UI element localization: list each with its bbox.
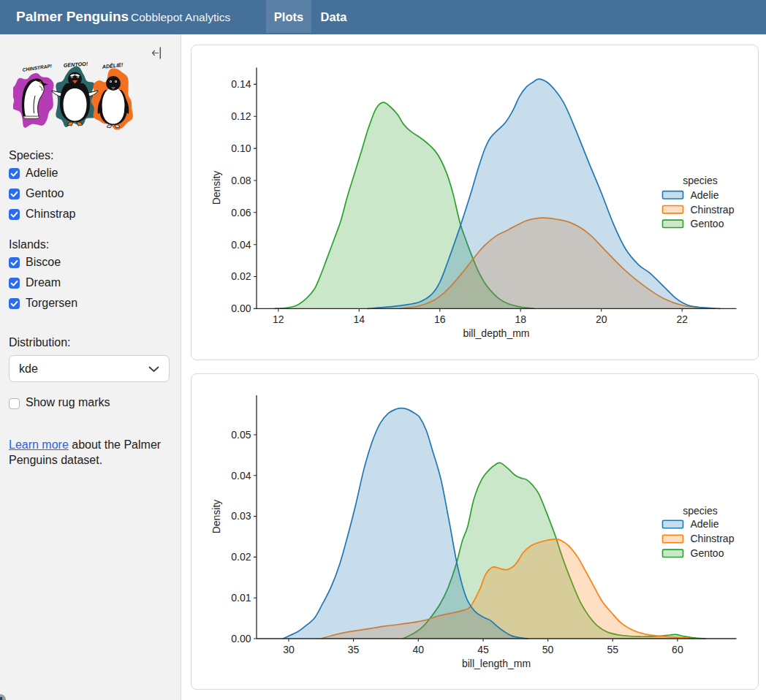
svg-text:Gentoo: Gentoo [691,218,724,229]
svg-text:0.00: 0.00 [231,633,251,644]
svg-text:0.14: 0.14 [231,78,251,90]
svg-text:40: 40 [413,644,425,655]
svg-text:12: 12 [273,313,284,325]
svg-text:Density: Density [211,171,222,205]
svg-text:Chinstrap: Chinstrap [691,533,735,544]
svg-text:18: 18 [515,313,526,325]
svg-text:60: 60 [672,644,683,655]
svg-text:Gentoo: Gentoo [691,547,724,559]
svg-text:Density: Density [211,500,222,534]
svg-text:0.04: 0.04 [231,470,251,482]
svg-text:0.10: 0.10 [231,142,251,154]
svg-text:50: 50 [542,644,554,655]
svg-text:0.12: 0.12 [231,110,251,122]
svg-text:0.04: 0.04 [231,239,251,251]
svg-text:20: 20 [596,313,607,325]
svg-text:Chinstrap: Chinstrap [691,204,735,216]
svg-text:ADĒLIE!: ADĒLIE! [101,61,124,70]
svg-text:14: 14 [354,313,365,325]
svg-text:45: 45 [477,644,489,655]
svg-text:Adelie: Adelie [691,518,719,530]
svg-text:bill_depth_mm: bill_depth_mm [463,327,529,339]
svg-text:CHINSTRAP!: CHINSTRAP! [22,63,53,72]
svg-text:species: species [683,175,717,186]
svg-text:GENTOO!: GENTOO! [64,61,89,69]
svg-text:0.08: 0.08 [231,175,251,186]
svg-text:55: 55 [607,644,618,655]
svg-text:0.02: 0.02 [231,551,251,563]
svg-text:35: 35 [348,644,360,655]
svg-text:0.02: 0.02 [231,270,251,282]
svg-text:0.06: 0.06 [231,207,251,218]
svg-text:0.03: 0.03 [231,510,251,522]
svg-text:bill_length_mm: bill_length_mm [462,658,531,669]
svg-text:0.00: 0.00 [231,303,251,314]
svg-text:species: species [683,505,717,517]
svg-text:16: 16 [434,313,446,325]
svg-text:22: 22 [676,313,688,325]
svg-text:30: 30 [283,644,295,655]
svg-text:Adelie: Adelie [691,189,719,201]
svg-text:0.05: 0.05 [231,429,251,441]
svg-text:0.01: 0.01 [231,592,251,604]
